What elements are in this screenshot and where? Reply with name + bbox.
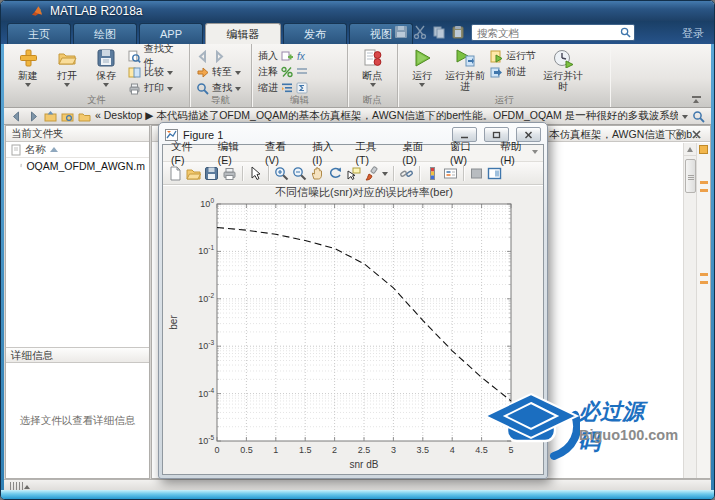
run-advance-label2: 运行并前进	[445, 70, 485, 92]
link-plot-icon[interactable]	[399, 166, 414, 181]
figure-menu-3[interactable]: 插入(I)	[312, 140, 342, 166]
hide-plottools-icon[interactable]	[469, 166, 484, 181]
menubar-overflow-icon[interactable]	[532, 150, 538, 154]
brush-icon[interactable]	[364, 166, 379, 181]
search-input[interactable]	[477, 27, 620, 39]
path-dropdown-icon[interactable]	[682, 115, 688, 119]
copy-icon[interactable]	[432, 25, 446, 39]
comment-button[interactable]: 注释	[258, 65, 308, 79]
address-search-icon[interactable]	[692, 110, 705, 123]
scrollbar-thumb[interactable]	[685, 159, 696, 193]
svg-text:2.5: 2.5	[358, 445, 371, 455]
svg-text:0.5: 0.5	[240, 445, 253, 455]
figure-menu-5[interactable]: 桌面(D)	[402, 140, 437, 166]
colorbar-icon[interactable]	[425, 166, 440, 181]
open-file-icon[interactable]	[186, 166, 201, 181]
back-icon[interactable]	[196, 50, 209, 63]
save-icon[interactable]	[394, 25, 408, 39]
tab-0[interactable]: 主页	[7, 23, 71, 44]
browse-folder-icon[interactable]	[61, 110, 74, 123]
new-button[interactable]: 新建	[10, 47, 45, 87]
figure-menu-2[interactable]: 查看(V)	[265, 140, 299, 166]
forward-icon[interactable]	[213, 50, 226, 63]
lint-marker[interactable]	[700, 273, 708, 276]
datacursor-icon[interactable]	[346, 166, 361, 181]
breadcrumb[interactable]: « Desktop ▶ 本代码描述了OFDM_OQAM的基本仿真框架，AWGN信…	[95, 109, 678, 123]
editor-close-icon[interactable]	[691, 129, 702, 140]
run-time-button[interactable]: 运行并计时	[540, 47, 586, 92]
legend-icon[interactable]	[443, 166, 458, 181]
indent-button[interactable]: 缩进	[258, 81, 308, 95]
insert-button[interactable]: 插入 fx	[258, 49, 308, 63]
up-folder-icon[interactable]	[44, 110, 57, 123]
collapse-ribbon-icon[interactable]	[692, 96, 701, 103]
doc-search-box[interactable]	[471, 24, 635, 41]
new-figure-icon[interactable]	[168, 166, 183, 181]
tab-1[interactable]: 绘图	[73, 23, 137, 44]
cut-icon[interactable]	[413, 25, 427, 39]
zoom-out-icon[interactable]	[292, 166, 307, 181]
run-advance-button[interactable]: 运行并前进	[444, 47, 486, 92]
compare-icon	[128, 66, 141, 79]
save-figure-icon[interactable]	[204, 166, 219, 181]
show-plottools-dock-icon[interactable]	[487, 166, 502, 181]
goto-button[interactable]: 转至	[196, 65, 241, 79]
lint-marker[interactable]	[700, 281, 708, 284]
back-nav-icon[interactable]	[10, 110, 23, 123]
run-button[interactable]: 运行	[404, 47, 440, 87]
breakpoints-button[interactable]: 断点	[355, 47, 391, 87]
figure-menu-0[interactable]: 文件(F)	[171, 140, 205, 166]
open-button[interactable]: 打开	[49, 47, 84, 87]
insert-label: 插入	[258, 49, 278, 63]
matlab-logo-icon	[31, 5, 44, 17]
file-column-icon	[11, 144, 21, 156]
svg-text:2: 2	[332, 445, 337, 455]
open-folder-icon	[57, 48, 77, 68]
pointer-icon[interactable]	[248, 166, 263, 181]
find-files-button[interactable]: 查找文件	[128, 49, 183, 63]
file-row[interactable]: OQAM_OFDM_AWGN.m	[6, 158, 149, 173]
pan-hand-icon[interactable]	[310, 166, 325, 181]
figure-menu-7[interactable]: 帮助(H)	[500, 140, 535, 166]
editor-lint-strip	[696, 143, 710, 478]
save-button[interactable]: 保存	[89, 47, 124, 87]
run-section-button[interactable]: 运行节	[490, 49, 536, 63]
find-button[interactable]: 查找	[196, 81, 241, 95]
advance-button[interactable]: 前进	[490, 65, 536, 79]
indent-icon	[281, 82, 293, 94]
find-label: 查找	[212, 81, 232, 95]
figure-menu-4[interactable]: 工具(T)	[356, 140, 390, 166]
tab-2[interactable]: APP	[139, 23, 203, 44]
brush-dropdown-icon[interactable]	[382, 172, 388, 176]
ribbon-group-edit: 插入 fx 注释 缩进 编辑	[252, 44, 348, 107]
scrollbar-up-icon[interactable]	[684, 143, 696, 156]
editor-scrollbar[interactable]	[683, 143, 696, 478]
details-header[interactable]: 详细信息	[6, 347, 149, 363]
print-label: 打印	[144, 81, 164, 95]
search-icon[interactable]	[620, 27, 631, 38]
figure-menu-1[interactable]: 编辑(E)	[218, 140, 252, 166]
lint-status-icon[interactable]	[699, 145, 708, 154]
figure-menubar: 文件(F)编辑(E)查看(V)插入(I)工具(T)桌面(D)窗口(W)帮助(H)	[163, 145, 543, 162]
run-section-label: 运行节	[506, 49, 536, 63]
print-button[interactable]: 打印	[128, 81, 183, 95]
figure-menu-6[interactable]: 窗口(W)	[450, 140, 487, 166]
zoom-in-icon[interactable]	[274, 166, 289, 181]
compare-button[interactable]: 比较	[128, 65, 183, 79]
tab-4[interactable]: 发布	[283, 23, 347, 44]
tab-3[interactable]: 编辑器	[205, 23, 281, 44]
name-column-header[interactable]: 名称	[6, 142, 149, 158]
paste-icon[interactable]	[451, 25, 465, 39]
sign-in-link[interactable]: 登录	[682, 26, 704, 41]
forward-nav-icon[interactable]	[27, 110, 40, 123]
lint-marker[interactable]	[700, 189, 708, 192]
lint-marker[interactable]	[700, 181, 708, 184]
run-small-buttons: 运行节 前进	[490, 47, 536, 79]
percent-icon	[281, 66, 293, 78]
print-figure-icon[interactable]	[222, 166, 237, 181]
svg-text:0: 0	[214, 445, 219, 455]
current-folder-header[interactable]: 当前文件夹	[6, 126, 149, 142]
rotate3d-icon[interactable]	[328, 166, 343, 181]
editor-actions-icon[interactable]	[673, 129, 684, 140]
advance-icon	[490, 66, 503, 79]
